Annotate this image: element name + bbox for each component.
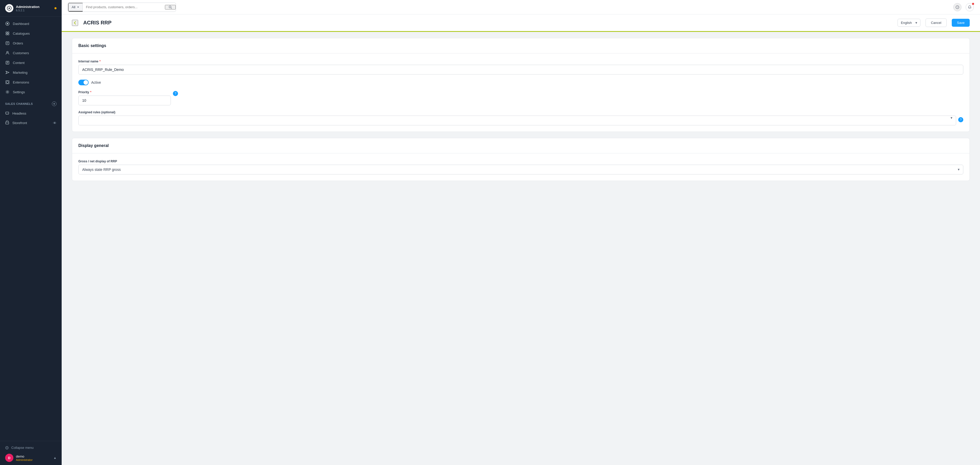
topbar: All ? — [62, 0, 980, 14]
svg-rect-6 — [8, 33, 9, 35]
svg-point-23 — [169, 6, 171, 8]
priority-label: Priority * — [78, 91, 171, 94]
sidebar-item-extensions[interactable]: Extensions — [0, 77, 62, 87]
gross-net-select-wrapper: Always state RRP gross Always state RRP … — [78, 165, 963, 174]
sidebar-item-catalogues[interactable]: Catalogues — [0, 29, 62, 38]
user-info: D demo Administrator ▲ — [5, 451, 57, 462]
svg-rect-20 — [6, 122, 9, 124]
svg-point-16 — [7, 91, 8, 93]
internal-name-field-group: Internal name * — [78, 60, 963, 75]
sidebar-item-headless[interactable]: Headless — [0, 109, 62, 118]
svg-point-2 — [7, 23, 8, 24]
sales-channels-header: Sales Channels + — [0, 99, 62, 109]
help-button[interactable]: ? — [953, 3, 961, 11]
priority-help-icon[interactable]: ? — [173, 91, 178, 96]
content-icon — [5, 61, 10, 65]
svg-rect-7 — [6, 41, 9, 45]
extensions-icon — [5, 80, 10, 84]
sidebar-item-settings-label: Settings — [13, 90, 25, 94]
sidebar-item-orders[interactable]: Orders — [0, 38, 62, 48]
toggle-knob — [83, 80, 88, 85]
back-button[interactable] — [72, 20, 78, 26]
brand-name: Administration — [16, 5, 40, 9]
priority-input[interactable] — [78, 96, 171, 105]
assigned-rules-select[interactable] — [78, 116, 956, 125]
sales-channels-label: Sales Channels — [5, 102, 33, 105]
sidebar-item-dashboard-label: Dashboard — [13, 22, 29, 26]
search-filter: All — [68, 3, 176, 12]
content-area: Basic settings Internal name * — [62, 32, 980, 187]
sidebar-item-content-label: Content — [13, 61, 25, 65]
catalogues-icon — [5, 31, 10, 36]
search-input[interactable] — [83, 5, 165, 9]
sidebar-item-customers-label: Customers — [13, 51, 29, 55]
marketing-icon — [5, 70, 10, 75]
sidebar-item-catalogues-label: Catalogues — [13, 32, 30, 35]
sidebar-item-dashboard[interactable]: Dashboard — [0, 19, 62, 29]
display-general-body: Gross / net display of RRP Always state … — [72, 153, 969, 181]
sidebar-brand: Administration 6.5.2.1 — [0, 0, 62, 17]
topbar-actions: ? — [953, 3, 974, 11]
page-content: ACRIS RRP English ▼ Cancel Save Basic se… — [62, 14, 980, 465]
user-menu-toggle[interactable]: ▲ — [53, 456, 57, 460]
active-toggle-row: Active — [78, 80, 963, 85]
settings-icon — [5, 90, 10, 94]
save-button[interactable]: Save — [952, 19, 970, 27]
svg-line-24 — [171, 8, 172, 9]
internal-name-label: Internal name * — [78, 60, 963, 63]
cancel-button[interactable]: Cancel — [926, 19, 947, 27]
sidebar: Administration 6.5.2.1 Dashboard Catalog… — [0, 0, 62, 465]
sidebar-footer: Collapse menu D demo Administrator ▲ — [0, 441, 62, 465]
collapse-menu-label: Collapse menu — [11, 446, 33, 449]
active-toggle[interactable] — [78, 80, 89, 85]
assigned-rules-help-icon[interactable]: ? — [958, 117, 963, 122]
page-title: ACRIS RRP — [83, 20, 892, 26]
basic-settings-title: Basic settings — [72, 38, 969, 53]
active-label: Active — [91, 80, 101, 84]
sidebar-item-marketing[interactable]: Marketing — [0, 68, 62, 77]
display-general-title: Display general — [72, 138, 969, 153]
svg-rect-3 — [6, 32, 7, 33]
brand-version: 6.5.2.1 — [16, 9, 40, 12]
add-sales-channel-button[interactable]: + — [52, 102, 57, 106]
basic-settings-body: Internal name * Active — [72, 53, 969, 132]
orders-icon — [5, 41, 10, 45]
assigned-rules-label: Assigned rules (optional) — [78, 110, 956, 114]
main-area: All ? ACRIS RRP — [62, 0, 980, 465]
sidebar-item-orders-label: Orders — [13, 41, 23, 45]
collapse-menu-button[interactable]: Collapse menu — [5, 444, 57, 451]
sidebar-item-extensions-label: Extensions — [13, 80, 29, 84]
basic-settings-section: Basic settings Internal name * — [72, 38, 970, 132]
user-avatar: D — [5, 454, 13, 462]
search-submit-button[interactable] — [165, 5, 176, 10]
sidebar-item-content[interactable]: Content — [0, 58, 62, 68]
sidebar-item-settings[interactable]: Settings — [0, 87, 62, 97]
language-select[interactable]: English — [897, 19, 920, 27]
customers-icon — [5, 51, 10, 55]
page-header: ACRIS RRP English ▼ Cancel Save — [62, 14, 980, 32]
sidebar-item-customers[interactable]: Customers — [0, 48, 62, 58]
storefront-visibility-icon: 👁 — [53, 121, 57, 125]
brand-logo — [5, 4, 13, 12]
required-star: * — [99, 60, 101, 63]
sidebar-nav: Dashboard Catalogues Orders Customers Co… — [0, 17, 62, 441]
search-all-button[interactable]: All — [68, 3, 83, 11]
user-name: demo — [16, 454, 51, 458]
assigned-rules-row: Assigned rules (optional) ▼ ? — [78, 110, 963, 125]
user-role: Administrator — [16, 458, 51, 462]
gross-net-select[interactable]: Always state RRP gross Always state RRP … — [78, 165, 963, 174]
priority-required-star: * — [90, 91, 91, 94]
priority-row: Priority * ? — [78, 91, 963, 105]
notification-dot — [972, 3, 974, 5]
sidebar-item-storefront-label: Storefront — [12, 121, 27, 125]
storefront-icon — [5, 121, 9, 125]
svg-rect-4 — [8, 32, 9, 33]
svg-rect-5 — [6, 33, 7, 35]
language-selector-wrapper: English ▼ — [897, 19, 920, 27]
sidebar-item-storefront[interactable]: Storefront 👁 — [0, 118, 62, 128]
svg-marker-15 — [6, 71, 9, 74]
gross-net-label: Gross / net display of RRP — [78, 159, 963, 163]
svg-text:?: ? — [957, 6, 958, 9]
notification-button[interactable] — [966, 3, 974, 11]
internal-name-input[interactable] — [78, 65, 963, 75]
